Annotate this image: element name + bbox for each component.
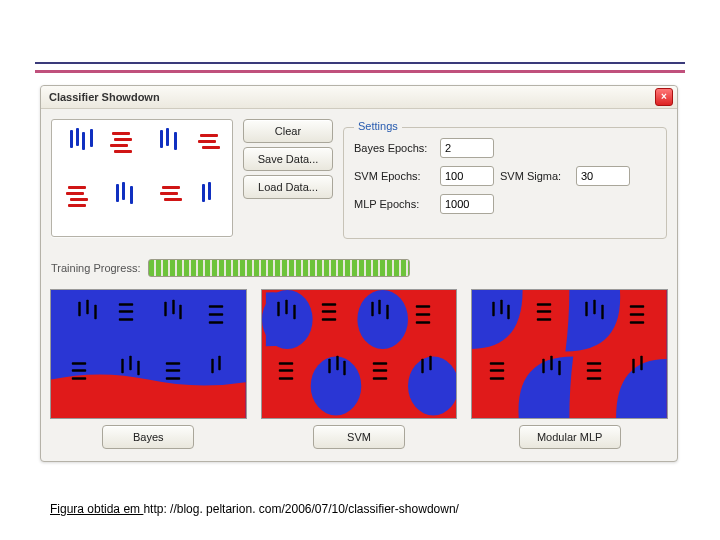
mlp-column: Modular MLP — [472, 289, 667, 449]
window-title: Classifier Showdown — [49, 91, 160, 103]
settings-legend: Settings — [354, 120, 402, 132]
footnote-url: http: //blog. peltarion. com/2006/07/10/… — [143, 502, 459, 516]
bayes-canvas — [50, 289, 247, 419]
close-icon[interactable]: × — [655, 88, 673, 106]
bayes-epochs-input[interactable] — [440, 138, 494, 158]
clear-button[interactable]: Clear — [243, 119, 333, 143]
bayes-column: Bayes — [51, 289, 246, 449]
mlp-epochs-input[interactable] — [440, 194, 494, 214]
training-canvas[interactable] — [51, 119, 233, 237]
svm-sigma-input[interactable] — [576, 166, 630, 186]
svg-point-3 — [357, 290, 408, 349]
footnote: Figura obtida em http: //blog. peltarion… — [50, 502, 459, 516]
bayes-epochs-label: Bayes Epochs: — [354, 142, 434, 154]
window-titlebar: Classifier Showdown × — [41, 86, 677, 109]
svm-epochs-label: SVM Epochs: — [354, 170, 434, 182]
slide-divider — [35, 62, 685, 73]
settings-group: Settings Bayes Epochs: SVM Epochs: SVM S… — [343, 127, 667, 239]
svm-epochs-input[interactable] — [440, 166, 494, 186]
progress-row: Training Progress: — [51, 259, 667, 277]
mlp-epochs-label: MLP Epochs: — [354, 198, 434, 210]
bayes-button[interactable]: Bayes — [102, 425, 194, 449]
classifier-window: Classifier Showdown × — [40, 85, 678, 462]
load-data-button[interactable]: Load Data... — [243, 175, 333, 199]
svg-point-5 — [408, 357, 457, 416]
progress-bar — [148, 259, 410, 277]
svm-regions — [262, 290, 457, 418]
progress-label: Training Progress: — [51, 262, 140, 274]
svm-button[interactable]: SVM — [313, 425, 405, 449]
footnote-prefix: Figura obtida em — [50, 502, 143, 516]
top-row: Clear Save Data... Load Data... Settings… — [51, 119, 667, 239]
svm-canvas — [261, 289, 458, 419]
window-content: Clear Save Data... Load Data... Settings… — [41, 109, 677, 461]
svm-sigma-label: SVM Sigma: — [500, 170, 570, 182]
mlp-canvas — [471, 289, 668, 419]
results-row: Bayes — [51, 289, 667, 449]
save-data-button[interactable]: Save Data... — [243, 147, 333, 171]
svm-column: SVM — [262, 289, 457, 449]
modular-mlp-button[interactable]: Modular MLP — [519, 425, 621, 449]
canvas-buttons: Clear Save Data... Load Data... — [243, 119, 333, 199]
